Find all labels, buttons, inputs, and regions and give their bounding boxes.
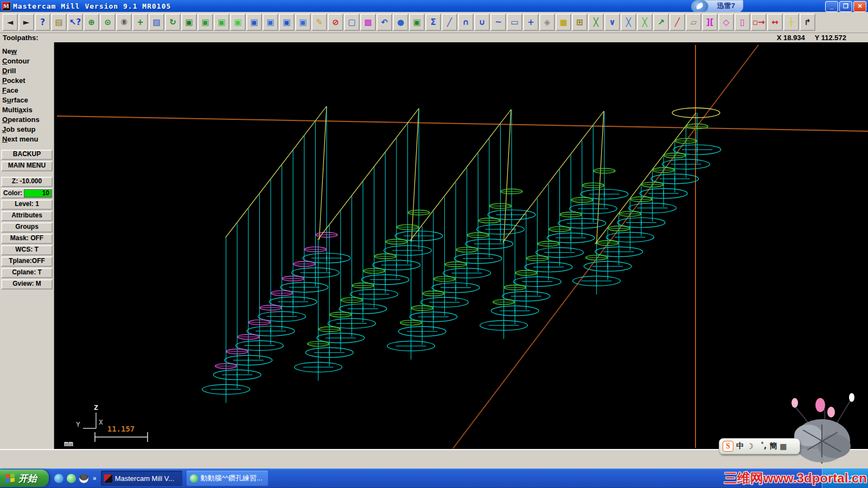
tray-globe-icon[interactable] <box>826 474 834 483</box>
help-icon[interactable]: ? <box>35 14 50 31</box>
close-button[interactable]: ✕ <box>853 1 866 12</box>
diagonal-line[interactable] <box>453 45 758 448</box>
ime-lang-toggle[interactable]: 中 <box>736 441 744 451</box>
sidebar-item-face[interactable]: Face <box>0 86 54 95</box>
screen-objects-icon[interactable]: ▣ <box>409 14 425 31</box>
create-spline-icon[interactable]: ~ <box>490 14 506 31</box>
sketch-pencil-icon[interactable]: ✎ <box>311 14 327 31</box>
sidebar-item-next-menu[interactable]: Next menu <box>0 134 54 144</box>
dynamic-rotate-icon[interactable]: ↻ <box>165 14 181 31</box>
gview-cube3-icon[interactable]: ▣ <box>214 14 229 31</box>
trim-brackets-icon[interactable]: ][ <box>702 14 718 31</box>
quick-launch-overflow-chevron[interactable]: » <box>93 474 97 482</box>
gview-cube2-icon[interactable]: ▣ <box>197 14 213 31</box>
drill-row-1[interactable] <box>202 106 350 403</box>
repaint-icon[interactable]: ▨ <box>149 14 164 31</box>
xform-scale-icon[interactable]: ◇ <box>718 14 734 31</box>
gview-side-icon[interactable]: ▣ <box>279 14 295 31</box>
graphics-viewport[interactable]: ZXY11.157mm <box>54 42 868 449</box>
x-axis-line[interactable] <box>57 116 868 131</box>
xyz-axes-icon[interactable]: ↱ <box>800 14 815 31</box>
taskbar-task-1[interactable]: Mastercam Mill V... <box>101 471 182 486</box>
copy-entities-icon[interactable]: ▢ <box>344 14 360 31</box>
drill-row-2[interactable] <box>295 108 443 381</box>
gview-cube4-icon[interactable]: ▣ <box>230 14 246 31</box>
ime-punct-toggle[interactable]: ゜, <box>756 441 767 451</box>
ime-moon-icon[interactable]: ☽ <box>746 442 754 451</box>
gview-button[interactable]: Gview: M <box>1 279 53 290</box>
ime-keyboard-icon[interactable]: ▦ <box>780 442 787 451</box>
gview-back-icon[interactable]: ▣ <box>295 14 311 31</box>
qq-penguin-icon[interactable] <box>79 474 88 483</box>
gview-isometric-icon[interactable]: ▣ <box>181 14 197 31</box>
direction-arrow-icon[interactable]: ↗ <box>653 14 669 31</box>
sidebar-item-new[interactable]: New <box>0 47 54 56</box>
xunlei-widget[interactable]: 迅雷7 <box>703 0 743 12</box>
zoom-icon[interactable]: ⊕ <box>84 14 99 31</box>
gview-front-icon[interactable]: ▣ <box>263 14 278 31</box>
sidebar-item-pocket[interactable]: Pocket <box>0 76 54 86</box>
minimize-button[interactable]: _ <box>825 1 838 12</box>
maximize-button[interactable]: ❐ <box>839 1 852 12</box>
back-icon[interactable]: ◄ <box>2 14 18 31</box>
cplane-button[interactable]: Cplane: T <box>1 268 53 278</box>
green-browser-icon[interactable] <box>67 474 76 483</box>
gview-top-icon[interactable]: ▣ <box>246 14 262 31</box>
xform-stretch-icon[interactable]: ▯ <box>735 14 750 31</box>
break-icon[interactable]: ╳ <box>637 14 653 31</box>
shading-sphere-icon[interactable]: ● <box>393 14 409 31</box>
drill-row-4[interactable] <box>480 111 628 339</box>
xform-offset-icon[interactable]: ▫→ <box>751 14 767 31</box>
grid-icon[interactable]: ┼ <box>783 14 799 31</box>
surface-icon[interactable]: ◈ <box>539 14 555 31</box>
level-button[interactable]: Level: 1 <box>1 200 53 210</box>
analyze-line-icon[interactable]: ╱ <box>669 14 685 31</box>
xform-mirror-icon[interactable]: ↔ <box>767 14 783 31</box>
create-arc-icon[interactable]: ∩ <box>458 14 474 31</box>
create-line-icon[interactable]: ╱ <box>442 14 457 31</box>
create-point-icon[interactable]: + <box>523 14 539 31</box>
fit-screen-icon[interactable]: + <box>132 14 148 31</box>
cursor-help-icon[interactable]: ↖? <box>67 14 83 31</box>
file-cabinet-icon[interactable]: ▤ <box>51 14 67 31</box>
sidebar-item-multiaxis[interactable]: Multiaxis <box>0 105 54 115</box>
toolpath-manager-icon[interactable]: ⊞ <box>572 14 588 31</box>
zoom-window-icon[interactable]: ⊙ <box>100 14 116 31</box>
sidebar-item-operations[interactable]: Operations <box>0 115 54 125</box>
sidebar-item-surface[interactable]: Surface <box>0 95 54 105</box>
forward-icon[interactable]: ► <box>18 14 34 31</box>
color-button[interactable]: Color:10 <box>1 188 53 198</box>
z-button[interactable]: Z: -10.000 <box>1 177 53 187</box>
attributes-button[interactable]: Attributes <box>1 211 53 221</box>
taskbar-task-2[interactable]: 動動腦^^鑽孔練習... <box>187 471 268 486</box>
analyze-sigma-icon[interactable]: Σ <box>425 14 441 31</box>
ime-toolbar[interactable]: S 中 ☽ ゜, 簡 ▦ <box>719 438 800 454</box>
groups-button[interactable]: Groups <box>1 222 53 233</box>
mask-button[interactable]: Mask: OFF <box>1 234 53 244</box>
wcs-button[interactable]: WCS: T <box>1 245 53 255</box>
delete-icon[interactable]: ⊘ <box>328 14 343 31</box>
drill-row-5[interactable] <box>573 108 721 294</box>
start-button[interactable]: 开始 <box>0 470 49 487</box>
xform-icon[interactable]: ▩ <box>360 14 376 31</box>
trim-three-icon[interactable]: ╳ <box>621 14 636 31</box>
solids-icon[interactable]: ■ <box>556 14 571 31</box>
drill-row-3[interactable] <box>387 110 535 359</box>
create-rectangle-icon[interactable]: ▭ <box>507 14 522 31</box>
trim-one-icon[interactable]: ╳ <box>588 14 604 31</box>
create-fillet-icon[interactable]: ∪ <box>474 14 490 31</box>
tplane-button[interactable]: Tplane:OFF <box>1 256 53 267</box>
tray-green-icon[interactable] <box>836 474 844 483</box>
sidebar-item-drill[interactable]: Drill <box>0 66 54 76</box>
unzoom-icon[interactable]: ⑧ <box>116 14 132 31</box>
trim-two-icon[interactable]: ∨ <box>604 14 620 31</box>
ime-logo-icon[interactable]: S <box>723 441 733 452</box>
undo-icon[interactable]: ↶ <box>376 14 392 31</box>
cplane-icon[interactable]: ▱ <box>686 14 701 31</box>
ime-simplified-toggle[interactable]: 簡 <box>769 441 777 451</box>
title-bar[interactable]: M Mastercam Mill Version 9.1 MR0105 迅雷7 … <box>0 0 868 12</box>
sidebar-item-job-setup[interactable]: Job setup <box>0 125 54 134</box>
backup-button[interactable]: BACKUP <box>1 150 53 160</box>
sidebar-item-contour[interactable]: Contour <box>0 56 54 66</box>
main-menu-button[interactable]: MAIN MENU <box>1 161 53 171</box>
